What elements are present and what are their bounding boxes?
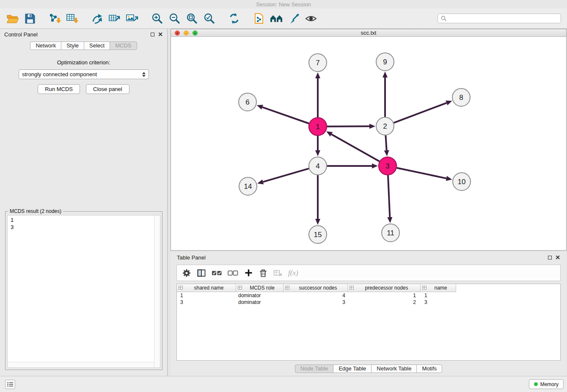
svg-text:7: 7 — [316, 59, 319, 67]
open-session-button[interactable] — [5, 11, 20, 26]
graph-node-1[interactable]: 1 — [309, 118, 327, 135]
import-table-icon — [66, 13, 79, 25]
column-sort-icon — [238, 286, 242, 290]
zoom-selected-button[interactable] — [201, 11, 217, 26]
close-panel-icon[interactable]: ✕ — [555, 254, 560, 260]
trash-icon — [259, 269, 267, 277]
add-column-button[interactable] — [244, 268, 253, 278]
table-row[interactable]: 3dominator323 — [177, 299, 560, 306]
apply-style-button[interactable] — [286, 11, 301, 26]
float-panel-icon[interactable] — [548, 256, 552, 259]
zoom-out-button[interactable] — [167, 11, 182, 26]
export-network-icon — [108, 13, 121, 24]
column-header-label: MCDS role — [236, 285, 283, 291]
table-tab-node-table[interactable]: Node Table — [295, 364, 334, 373]
table-tab-edge-table[interactable]: Edge Table — [333, 364, 372, 373]
import-table-button[interactable] — [65, 11, 80, 26]
table-settings-button[interactable] — [182, 268, 191, 278]
graph-canvas[interactable]: 7968124314101511 — [171, 37, 566, 251]
graph-edge-1-6[interactable] — [262, 107, 309, 124]
graph-node-3[interactable]: 3 — [379, 157, 396, 175]
zoom-in-button[interactable] — [149, 11, 165, 26]
table-cell: 3 — [284, 299, 348, 305]
select-all-button[interactable] — [212, 268, 222, 278]
svg-text:11: 11 — [387, 229, 394, 237]
optimization-criterion-label: Optimization criterion: — [0, 59, 167, 66]
graph-node-7[interactable]: 7 — [309, 54, 327, 72]
export-network-button[interactable] — [107, 11, 122, 26]
plus-icon — [245, 269, 253, 277]
close-panel-icon[interactable]: ✕ — [158, 31, 163, 37]
float-panel-icon[interactable] — [151, 33, 154, 36]
toolbar-separator — [40, 18, 45, 19]
deselect-all-button[interactable] — [228, 268, 238, 278]
close-panel-button[interactable]: Close panel — [86, 84, 129, 94]
graph-edge-2-3[interactable] — [385, 135, 386, 150]
network-window-titlebar: scc.txt ✕ − + — [171, 29, 566, 37]
svg-text:9: 9 — [383, 58, 387, 66]
control-tab-style[interactable]: Style — [61, 41, 84, 50]
table-body: 1dominator4113dominator323 — [177, 292, 560, 306]
control-tab-mcds[interactable]: MCDS — [110, 41, 137, 50]
svg-text:3: 3 — [385, 162, 389, 170]
column-header-MCDS-role[interactable]: MCDS role — [236, 284, 284, 292]
fx-icon: f(x) — [288, 269, 298, 277]
delete-column-button[interactable] — [259, 268, 268, 278]
folder-open-icon — [6, 13, 19, 24]
task-history-button[interactable] — [5, 380, 15, 389]
network-view-window: scc.txt ✕ − + 7968124314101511 — [171, 29, 567, 251]
graph-node-2[interactable]: 2 — [376, 117, 394, 135]
window-close-icon[interactable]: ✕ — [175, 30, 180, 36]
graph-node-11[interactable]: 11 — [382, 224, 399, 242]
apply-layout-button[interactable] — [226, 11, 242, 26]
graph-edge-3-1[interactable] — [331, 134, 380, 161]
function-builder-button[interactable]: f(x) — [288, 268, 298, 278]
column-header-successor-nodes[interactable]: successor nodes — [284, 284, 348, 292]
mcds-result-list[interactable]: 13 — [7, 215, 160, 368]
import-network-button[interactable] — [47, 11, 63, 26]
run-mcds-button[interactable]: Run MCDS — [38, 84, 80, 94]
column-header-predecessor-nodes[interactable]: predecessor nodes — [348, 284, 421, 292]
import-network-icon — [49, 13, 61, 25]
table-toolbar: f(x) — [176, 265, 561, 281]
column-header-shared-name[interactable]: shared name — [177, 284, 236, 292]
graph-node-4[interactable]: 4 — [309, 157, 327, 175]
control-tab-select[interactable]: Select — [84, 41, 110, 50]
clone-network-button[interactable] — [251, 11, 267, 26]
graph-edge-3-11[interactable] — [388, 175, 390, 217]
graph-edge-2-8[interactable] — [394, 103, 447, 123]
window-minimize-icon[interactable]: − — [184, 30, 189, 36]
table-tab-network-table[interactable]: Network Table — [371, 364, 417, 373]
graph-node-10[interactable]: 10 — [453, 173, 471, 190]
graph-node-8[interactable]: 8 — [452, 88, 470, 106]
graph-node-14[interactable]: 14 — [239, 177, 257, 195]
graph-edge-1-2[interactable] — [327, 126, 369, 127]
show-details-button[interactable] — [303, 11, 319, 26]
control-tab-network[interactable]: Network — [30, 41, 61, 50]
table-row[interactable]: 1dominator411 — [177, 292, 560, 299]
graph-edge-3-10[interactable] — [397, 168, 446, 179]
optimization-criterion-select[interactable]: strongly connected component — [19, 69, 149, 79]
window-zoom-icon[interactable]: + — [193, 30, 198, 36]
graph-node-6[interactable]: 6 — [239, 93, 256, 111]
show-columns-button[interactable] — [197, 268, 206, 278]
graph-node-15[interactable]: 15 — [309, 226, 327, 243]
graph-edge-4-14[interactable] — [263, 168, 309, 182]
first-neighbors-button[interactable] — [269, 11, 284, 26]
export-image-button[interactable] — [124, 11, 140, 26]
new-network-button[interactable] — [90, 11, 105, 26]
zoom-fit-button[interactable] — [184, 11, 199, 26]
memory-button[interactable]: Memory — [529, 379, 564, 389]
toolbar-separator — [82, 18, 88, 19]
table-tab-motifs[interactable]: Motifs — [416, 364, 442, 373]
search-input[interactable] — [449, 16, 558, 22]
svg-text:1: 1 — [316, 123, 319, 131]
app-window: Session: New Session — [0, 0, 567, 392]
save-session-button[interactable] — [22, 11, 38, 26]
search-box[interactable] — [438, 14, 561, 23]
graph-node-9[interactable]: 9 — [376, 53, 394, 71]
delete-table-button[interactable] — [273, 268, 283, 278]
column-header-name[interactable]: name — [421, 284, 456, 292]
delete-table-icon — [273, 269, 283, 277]
toolbar-separator — [142, 18, 147, 19]
